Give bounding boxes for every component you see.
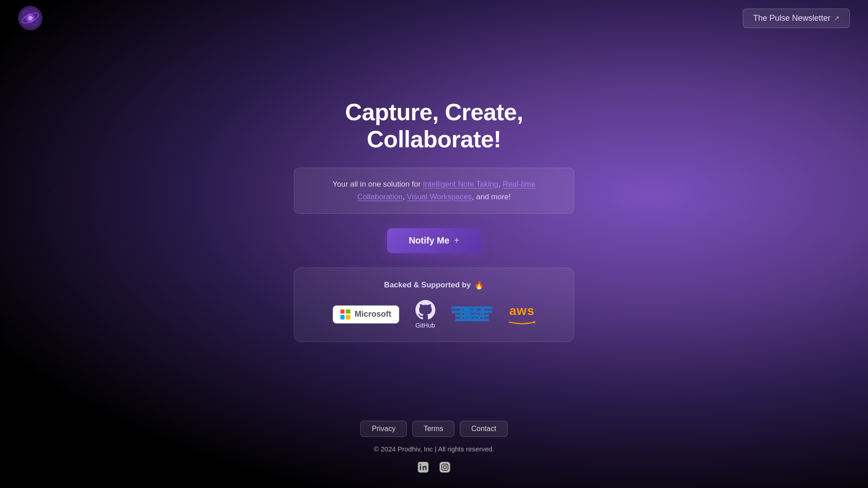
github-logo: GitHub (415, 300, 435, 329)
notify-label: Notify Me (409, 235, 449, 246)
feature-note-taking-link[interactable]: Intelligent Note Taking (423, 179, 498, 188)
hero-description-box: Your all in one solution for Intelligent… (294, 167, 574, 213)
backed-section: Backed & Supported by 🔥 Microsoft (294, 267, 574, 342)
hero-desc-mid2: , (402, 192, 406, 201)
flame-icon: 🔥 (474, 281, 484, 290)
instagram-icon[interactable] (439, 461, 451, 474)
aws-arrow-icon (509, 319, 536, 325)
ms-yellow (346, 315, 350, 319)
terms-button[interactable]: Terms (412, 421, 455, 437)
microsoft-grid-icon (340, 310, 350, 319)
ibm-logo: IBM (452, 306, 492, 323)
github-text: GitHub (415, 322, 435, 329)
main-content: Capture, Create, Collaborate! Your all i… (0, 36, 868, 434)
svg-rect-14 (439, 462, 450, 472)
microsoft-logo: Microsoft (333, 305, 399, 324)
copyright-text: © 2024 Prodhiv, Inc | All rights reserve… (374, 445, 494, 453)
footer: Privacy Terms Contact © 2024 Prodhiv, In… (0, 408, 868, 488)
ms-green (346, 310, 350, 314)
ms-red (340, 310, 345, 314)
newsletter-arrow-icon: ↗ (834, 14, 840, 22)
microsoft-text: Microsoft (355, 310, 392, 319)
privacy-button[interactable]: Privacy (360, 421, 406, 437)
notify-plus-icon: + (454, 235, 459, 246)
svg-marker-10 (533, 321, 536, 324)
github-icon (415, 300, 435, 320)
newsletter-button[interactable]: The Pulse Newsletter ↗ (743, 9, 850, 28)
backed-title-text: Backed & Supported by (384, 281, 471, 290)
ms-blue (340, 315, 345, 319)
svg-point-2 (28, 16, 33, 20)
aws-text: aws (509, 304, 535, 318)
svg-point-17 (447, 465, 448, 465)
logo[interactable] (18, 6, 42, 30)
linkedin-icon[interactable] (417, 461, 429, 474)
hero-desc-prefix: Your all in one solution for (333, 179, 423, 188)
hero-section: Capture, Create, Collaborate! Your all i… (294, 99, 574, 342)
aws-logo: aws (509, 304, 536, 325)
contact-button[interactable]: Contact (460, 421, 507, 437)
hero-desc-mid1: , (498, 179, 502, 188)
footer-links: Privacy Terms Contact (360, 421, 507, 437)
social-links (417, 461, 451, 474)
logo-icon (20, 8, 41, 28)
sponsor-logos: Microsoft GitHub (333, 300, 536, 329)
svg-text:IBM: IBM (459, 306, 485, 322)
hero-title: Capture, Create, Collaborate! (294, 99, 574, 153)
svg-rect-12 (420, 466, 421, 470)
ibm-icon: IBM (452, 306, 492, 323)
hero-desc-suffix: , and more! (472, 192, 511, 201)
navbar: The Pulse Newsletter ↗ (0, 0, 868, 36)
notify-me-button[interactable]: Notify Me + (387, 228, 481, 253)
newsletter-label: The Pulse Newsletter (753, 14, 830, 23)
svg-point-13 (420, 464, 421, 465)
backed-title: Backed & Supported by 🔥 (384, 281, 484, 290)
feature-workspaces-link[interactable]: Visual Workspaces (407, 192, 472, 201)
